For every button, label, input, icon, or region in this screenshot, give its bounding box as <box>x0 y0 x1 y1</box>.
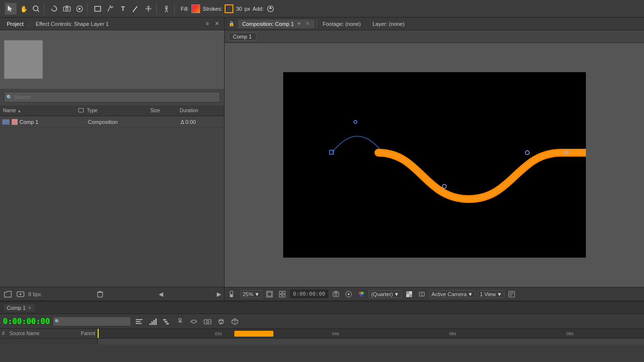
bpc-label[interactable]: 8 bpc <box>28 291 42 297</box>
svg-rect-63 <box>136 321 141 322</box>
tl-stagger-btn[interactable] <box>161 316 172 327</box>
search-wrapper: 🔍 <box>4 92 220 102</box>
svg-point-16 <box>166 6 167 8</box>
hand-tool-btn[interactable]: ✋ <box>18 3 29 15</box>
svg-rect-10 <box>95 6 101 11</box>
comp-tab-dropdown[interactable]: ▼ <box>296 21 303 26</box>
item-duration: Δ 0:00 <box>181 119 215 125</box>
svg-rect-52 <box>406 291 409 294</box>
composition-tab[interactable]: Composition: Comp 1 ▼ ✕ <box>238 20 314 28</box>
comp-tab-icon-wrap: 🔒 <box>225 20 238 28</box>
trash-btn[interactable] <box>95 289 105 299</box>
footage-tab[interactable]: Footage: (none) <box>317 20 367 28</box>
quality-dropdown[interactable]: (Quarter) ▼ <box>369 290 402 298</box>
zoom-tool-btn[interactable] <box>30 3 42 15</box>
fill-color-swatch[interactable] <box>191 4 200 13</box>
tl-graph-btn[interactable] <box>147 316 158 327</box>
panel-forward-btn[interactable]: ▶ <box>217 291 221 298</box>
selection-tools: ✋ <box>3 3 44 15</box>
stroke-value[interactable]: 30 <box>236 6 242 12</box>
camera2-tool-btn[interactable] <box>74 3 85 15</box>
text-tool-btn[interactable]: T <box>117 3 129 15</box>
tl-toggle-btn[interactable] <box>134 316 145 327</box>
main-area: Project | Effect Controls: Shape Layer 1… <box>0 18 644 301</box>
list-item[interactable]: Comp 1 Composition Δ 0:00 <box>0 116 224 128</box>
svg-point-79 <box>222 320 223 321</box>
rect-tool-btn[interactable] <box>92 3 104 15</box>
tl-search-input[interactable] <box>53 317 131 326</box>
stroke-color-swatch[interactable] <box>225 4 233 13</box>
fit-frame-btn[interactable] <box>264 289 275 300</box>
shape-tools: T <box>90 3 157 15</box>
col-type-icon-header <box>78 107 87 114</box>
zoom-dropdown[interactable]: 25% ▼ <box>240 290 262 298</box>
new-comp-btn[interactable] <box>16 289 25 299</box>
panel-arrow-btn[interactable]: ◀ <box>159 291 163 298</box>
select-tool-btn[interactable] <box>5 3 17 15</box>
add-btn[interactable] <box>266 4 275 13</box>
svg-rect-39 <box>268 292 271 296</box>
camera-tool-btn[interactable] <box>61 3 73 15</box>
comp-subtab-item[interactable]: Comp 1 <box>229 33 256 40</box>
show-snapshot-btn[interactable] <box>343 289 354 300</box>
project-tab[interactable]: Project <box>3 20 27 28</box>
tl-puppet-btn[interactable] <box>175 316 186 327</box>
puppet-tools <box>159 3 175 15</box>
svg-point-9 <box>79 8 81 10</box>
puppet-tool-btn[interactable] <box>161 3 172 15</box>
active-camera-dropdown[interactable]: Active Camera ▼ <box>429 290 476 298</box>
sort-icon: ▲ <box>17 109 21 113</box>
new-folder-btn[interactable] <box>3 289 13 299</box>
svg-rect-41 <box>283 291 285 294</box>
svg-point-80 <box>221 322 222 323</box>
color-management-btn[interactable] <box>356 289 367 300</box>
col-name-header: Name ▲ <box>0 108 78 113</box>
svg-rect-37 <box>230 295 233 297</box>
vb-toggle-btn[interactable] <box>228 289 238 300</box>
pen-tool-btn[interactable] <box>104 3 116 15</box>
effect-controls-tab[interactable]: Effect Controls: Shape Layer 1 <box>32 20 113 28</box>
pixel-aspect-btn[interactable] <box>416 289 427 300</box>
svg-rect-69 <box>163 319 166 321</box>
quality-value: (Quarter) <box>371 291 393 297</box>
comp-svg <box>283 72 586 258</box>
snapshot-btn[interactable] <box>331 289 341 300</box>
ruler-mark-6s: 06s <box>449 331 457 336</box>
svg-marker-0 <box>8 5 12 12</box>
svg-rect-68 <box>155 319 157 325</box>
timeline-tab-close[interactable]: ✕ <box>28 305 32 310</box>
svg-rect-40 <box>279 291 282 294</box>
view-dropdown[interactable]: 1 View ▼ <box>478 290 505 298</box>
tl-paint-btn[interactable] <box>216 316 227 327</box>
tl-morph-btn[interactable] <box>188 316 199 327</box>
stroke-label: Strokes: <box>203 6 222 12</box>
svg-rect-65 <box>149 323 151 325</box>
clone-tool-btn[interactable] <box>143 3 154 15</box>
tl-camera-btn[interactable] <box>202 316 213 327</box>
grid-btn[interactable] <box>277 289 288 300</box>
fill-label: Fill: <box>181 6 189 12</box>
render-btn[interactable] <box>506 289 517 300</box>
comp-subtab: Comp 1 <box>225 30 644 43</box>
tl-3d-btn[interactable] <box>229 316 240 327</box>
right-panel: 🔒 Composition: Comp 1 ▼ ✕ Footage: (none… <box>225 18 644 301</box>
playhead <box>98 329 99 338</box>
col-size-header: Size <box>150 108 180 113</box>
panel-menu-btn[interactable]: ≡ <box>204 20 211 28</box>
time-display[interactable]: 0:00:00:00 <box>290 289 329 299</box>
timeline-ruler: 02s 04s 06s 08s <box>98 329 644 344</box>
timeline-tab[interactable]: Comp 1 ✕ <box>4 304 35 312</box>
project-thumbnail <box>4 40 43 79</box>
layer-tab[interactable]: Layer: (none) <box>367 20 410 28</box>
comp-tab-close-btn[interactable]: ✕ <box>305 21 311 26</box>
search-input[interactable] <box>4 92 220 102</box>
rotate-tool-btn[interactable] <box>48 3 60 15</box>
brush-tool-btn[interactable] <box>130 3 142 15</box>
svg-rect-42 <box>279 295 282 297</box>
panel-close-btn[interactable]: ✕ <box>213 20 221 28</box>
timecode[interactable]: 0:00:00:00 <box>3 317 50 326</box>
svg-line-12 <box>133 6 137 11</box>
stroke-unit: px <box>245 6 250 12</box>
view-label: 1 View <box>480 291 496 297</box>
transparency-btn[interactable] <box>404 289 415 300</box>
